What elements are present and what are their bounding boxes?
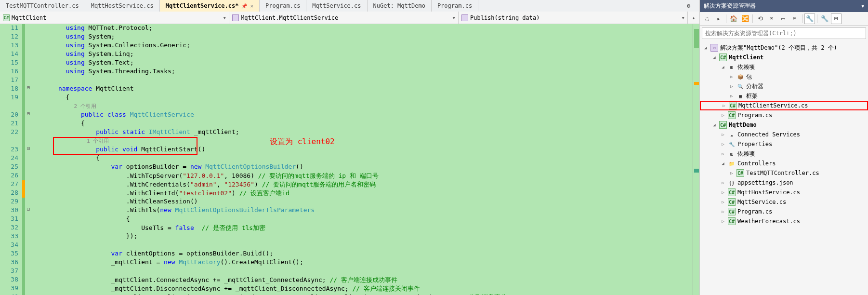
code-line[interactable]: using System.Collections.Generic; bbox=[34, 41, 693, 50]
tree-node[interactable]: ◢⊞依赖项 bbox=[700, 62, 868, 72]
sync-button[interactable]: ⊡ bbox=[766, 13, 777, 24]
expand-toggle[interactable]: ◢ bbox=[720, 65, 726, 69]
code-line[interactable]: UseTls = false // 是否使用 tls加密 bbox=[34, 224, 693, 232]
expand-toggle[interactable]: ▷ bbox=[729, 84, 735, 89]
fold-toggle[interactable]: ⊟ bbox=[25, 206, 32, 215]
code-line[interactable]: _mqttClient.ApplicationMessageReceivedAs… bbox=[34, 293, 693, 295]
file-tab[interactable]: NuGet: MqttDemo bbox=[368, 0, 432, 12]
preview-button[interactable]: 🔧 bbox=[819, 13, 830, 24]
scope-dropdown-project[interactable]: C# MqttClient ▼ bbox=[0, 12, 229, 24]
tab-options-button[interactable]: ⚙ bbox=[681, 0, 699, 12]
tree-node[interactable]: ▷📦包 bbox=[700, 72, 868, 81]
code-line[interactable]: var clientOptions = optionsBuilder.Build… bbox=[34, 250, 693, 258]
tree-node[interactable]: ▷{}appsettings.json bbox=[700, 178, 868, 188]
expand-toggle[interactable]: ▷ bbox=[720, 151, 726, 156]
tree-node[interactable]: ▷C#TestMQTTController.cs bbox=[700, 168, 868, 178]
solution-tree[interactable]: ◢⊡解决方案"MqttDemo"(2 个项目，共 2 个)◢C#MqttClie… bbox=[700, 41, 868, 295]
scope-dropdown-class[interactable]: MqttClient.MqttClientService ▼ bbox=[229, 12, 459, 24]
expand-toggle[interactable]: ◢ bbox=[720, 161, 726, 166]
code-line[interactable]: var optionsBuilder = new MqttClientOptio… bbox=[34, 163, 693, 172]
file-tab[interactable]: MqttService.cs bbox=[306, 0, 367, 12]
tree-node[interactable]: ▷▦框架 bbox=[700, 91, 868, 101]
code-line[interactable]: using System.Linq; bbox=[34, 50, 693, 59]
show-all-button[interactable]: ▭ bbox=[778, 13, 789, 24]
code-line[interactable]: { bbox=[34, 120, 693, 128]
solution-explorer-title-bar[interactable]: 解决方案资源管理器 ▼ bbox=[700, 0, 868, 12]
codelens-references[interactable]: 1 个引用 bbox=[36, 138, 109, 144]
filter-button[interactable]: ⊟ bbox=[831, 13, 842, 24]
tree-node[interactable]: ◢C#MqttClient bbox=[700, 53, 868, 62]
code-line[interactable]: _mqttClient.ConnectedAsync += _mqttClien… bbox=[34, 276, 693, 284]
switch-views-button[interactable]: 🔀 bbox=[740, 13, 750, 24]
expand-toggle[interactable]: ▷ bbox=[721, 103, 727, 108]
expand-toggle[interactable]: ◢ bbox=[711, 122, 717, 127]
code-line[interactable]: .WithCredentials("admin", "123456") // 要… bbox=[34, 180, 693, 189]
file-tab[interactable]: TestMQTTController.cs bbox=[0, 0, 85, 12]
tree-node[interactable]: ▷☁Connected Services bbox=[700, 130, 868, 139]
close-icon[interactable]: ✕ bbox=[250, 3, 253, 9]
home-button[interactable]: 🏠 bbox=[728, 13, 739, 24]
expand-toggle[interactable]: ▷ bbox=[720, 180, 726, 185]
scope-dropdown-method[interactable]: Publish(string data) ▼ bbox=[459, 12, 688, 24]
file-tab[interactable]: MqttHostService.cs bbox=[85, 0, 160, 12]
code-line[interactable]: public void MqttClientStart() bbox=[34, 146, 693, 154]
code-line[interactable]: 1 个引用 bbox=[34, 137, 693, 146]
forward-button[interactable]: ▸ bbox=[713, 13, 724, 24]
expand-toggle[interactable]: ▷ bbox=[729, 171, 735, 175]
expand-toggle[interactable]: ▷ bbox=[720, 209, 726, 214]
code-line[interactable]: _mqttClient.DisconnectedAsync += _mqttCl… bbox=[34, 284, 693, 293]
expand-toggle[interactable]: ▷ bbox=[720, 142, 726, 147]
properties-button[interactable]: 🔧 bbox=[804, 13, 815, 24]
split-editor-button[interactable]: ✦ bbox=[688, 12, 699, 24]
code-line[interactable] bbox=[34, 241, 693, 250]
code-line[interactable]: public class MqttClientService bbox=[34, 111, 693, 120]
file-tab[interactable]: Program.cs bbox=[260, 0, 306, 12]
code-line[interactable]: _mqttClient = new MqttFactory().CreateMq… bbox=[34, 258, 693, 267]
code-editor[interactable]: 1112131415161718⊟1920⊟212223⊟24252627282… bbox=[0, 24, 699, 295]
code-line[interactable]: { bbox=[34, 215, 693, 224]
file-tab[interactable]: MqttClientService.cs*📌✕ bbox=[160, 0, 260, 12]
tree-node[interactable]: ▷C#Program.cs bbox=[700, 207, 868, 216]
code-line[interactable]: using System.Threading.Tasks; bbox=[34, 67, 693, 76]
code-line[interactable]: .WithCleanSession() bbox=[34, 198, 693, 206]
tree-node[interactable]: ◢📁Controllers bbox=[700, 159, 868, 168]
expand-toggle[interactable]: ▷ bbox=[720, 190, 726, 195]
tree-node[interactable]: ▷🔍分析器 bbox=[700, 81, 868, 91]
tree-node[interactable]: ▷⊞依赖项 bbox=[700, 149, 868, 159]
pin-icon[interactable]: 📌 bbox=[241, 3, 247, 9]
fold-toggle[interactable]: ⊟ bbox=[25, 111, 32, 120]
code-line[interactable]: namespace MqttClient bbox=[34, 85, 693, 94]
solution-search-input[interactable] bbox=[702, 28, 866, 39]
tree-node[interactable]: ▷C#MqttClientService.cs bbox=[700, 101, 868, 110]
code-line[interactable]: .WithClientId("testclient02") // 设置客户端id bbox=[34, 189, 693, 198]
collapse-button[interactable]: ⊟ bbox=[789, 13, 800, 24]
code-line[interactable] bbox=[34, 267, 693, 276]
fold-toggle[interactable]: ⊟ bbox=[25, 146, 32, 154]
code-line[interactable]: 2 个引用 bbox=[34, 102, 693, 111]
pending-changes-button[interactable]: ⟲ bbox=[755, 13, 765, 24]
tree-node[interactable]: ▷C#Program.cs bbox=[700, 110, 868, 120]
expand-toggle[interactable]: ▷ bbox=[720, 219, 726, 224]
expand-toggle[interactable]: ◢ bbox=[703, 45, 709, 50]
code-line[interactable]: { bbox=[34, 154, 693, 163]
codelens-references[interactable]: 2 个引用 bbox=[36, 103, 96, 109]
tree-node[interactable]: ◢C#MqttDemo bbox=[700, 120, 868, 130]
tree-node[interactable]: ▷C#MqttHostService.cs bbox=[700, 188, 868, 197]
back-button[interactable]: ◌ bbox=[702, 13, 712, 24]
solution-search[interactable] bbox=[702, 27, 866, 39]
expand-toggle[interactable]: ▷ bbox=[729, 94, 735, 98]
code-line[interactable]: .WithTcpServer("127.0.0.1", 10086) // 要访… bbox=[34, 172, 693, 180]
overview-ruler[interactable] bbox=[693, 24, 699, 295]
file-tab[interactable]: Program.cs bbox=[432, 0, 478, 12]
tree-node[interactable]: ▷C#WeatherForecast.cs bbox=[700, 216, 868, 226]
code-line[interactable]: using System; bbox=[34, 33, 693, 41]
code-area[interactable]: 设置为 client02 using MQTTnet.Protocol; usi… bbox=[34, 24, 693, 295]
expand-toggle[interactable]: ▷ bbox=[729, 74, 735, 79]
expand-toggle[interactable]: ◢ bbox=[711, 55, 717, 60]
fold-toggle[interactable]: ⊟ bbox=[25, 85, 32, 94]
code-line[interactable]: .WithTls(new MqttClientOptionsBuilderTls… bbox=[34, 206, 693, 215]
expand-toggle[interactable]: ▷ bbox=[720, 113, 726, 118]
code-line[interactable] bbox=[34, 76, 693, 85]
expand-toggle[interactable]: ▷ bbox=[720, 200, 726, 204]
expand-toggle[interactable]: ▷ bbox=[720, 132, 726, 137]
